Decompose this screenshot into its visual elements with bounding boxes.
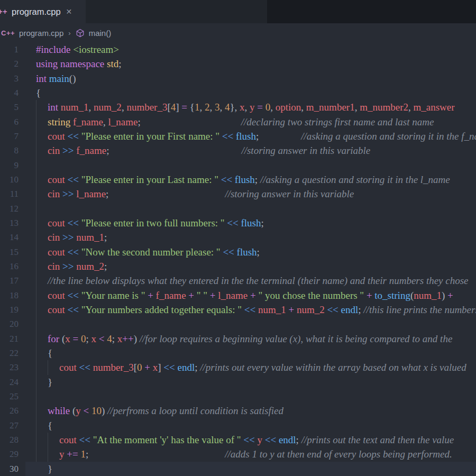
code-line[interactable]: { [0,418,476,433]
cpp-file-icon: C++ [0,7,7,16]
line-number[interactable]: 25 [0,389,19,404]
line-number[interactable]: 11 [0,187,19,201]
code-line[interactable]: //the line below displays what they ente… [0,273,476,288]
code-line[interactable]: cin >> num_2; [0,259,476,273]
code-line[interactable]: string f_name, l_name;//declaring two st… [0,115,476,129]
line-number[interactable]: 5 [0,100,19,114]
code-line[interactable]: int main() [0,71,476,86]
line-number[interactable]: 24 [0,375,19,389]
line-number[interactable]: 23 [0,360,19,374]
code-line[interactable]: cout << "Your numbers added together equ… [0,303,476,317]
code-line[interactable]: } [0,462,476,476]
line-number[interactable]: 19 [0,303,19,317]
line-number[interactable]: 14 [0,230,19,244]
code-line[interactable] [0,389,476,404]
code-line[interactable]: for (x = 0; x < 4; x++) //for loop requi… [0,332,476,346]
code-line[interactable]: cin >> f_name;//storing answer in this v… [0,143,476,158]
line-number[interactable]: 4 [0,86,19,100]
line-number[interactable]: 3 [0,71,19,86]
code-line[interactable]: #include <iostream> [0,42,476,57]
code-line[interactable]: while (y < 10) //perfroms a loop until c… [0,404,476,418]
line-number[interactable]: 10 [0,172,19,187]
code-token: = [72,333,78,344]
code-token: << [67,290,81,301]
line-number[interactable]: 9 [0,158,19,172]
code-token: << [67,304,81,315]
code-token: l_name [218,290,248,301]
code-token: >> [62,232,76,243]
code-line[interactable] [0,317,476,331]
line-number[interactable]: 27 [0,418,19,433]
code-line[interactable] [0,202,476,216]
line-number[interactable]: 12 [0,202,19,216]
code-token: }, [230,102,240,113]
line-number[interactable]: 16 [0,259,19,273]
code-line[interactable]: cout << "Please enter in your Last name:… [0,172,476,187]
editor-pane[interactable]: #include <iostream>using namespace std;i… [0,42,476,476]
code-line[interactable]: y += 1;//adds 1 to y at then end of ever… [0,447,476,461]
code-token: < [99,333,105,344]
line-number[interactable]: 22 [0,346,19,360]
gutter: 1234567891011121314151617181920212223242… [0,42,19,476]
line-number[interactable]: 13 [0,216,19,230]
code-token: cin [48,232,62,243]
code-line[interactable]: using namespace std; [0,57,476,71]
code-token: x [91,333,96,344]
code-line[interactable]: cin >> l_name;//storing answer in this v… [0,187,476,201]
line-number[interactable]: 7 [0,129,19,143]
code-token: int [36,73,49,84]
code-token: flush [236,131,256,142]
code-token: //the line below displays what they ente… [48,275,469,286]
code-token: ; [104,232,107,243]
code-token: m_answer [413,102,454,113]
line-number[interactable]: 21 [0,332,19,346]
code-token: + [148,290,153,301]
tab-program-cpp[interactable]: C++ program.cpp ✕ [0,0,86,23]
line-number[interactable]: 1 [0,42,19,57]
code-token: ) [134,333,140,344]
code-token: , [209,102,215,113]
code-token: { [48,347,52,359]
line-number[interactable]: 6 [0,115,19,129]
line-number[interactable]: 26 [0,404,19,418]
code-line[interactable]: int num_1, num_2, number_3[4] = {1, 2, 3… [0,100,476,114]
code-line[interactable] [0,158,476,172]
line-number[interactable]: 17 [0,273,19,288]
line-number[interactable]: 20 [0,317,19,331]
code-token: 0 [266,102,271,113]
tab-label: program.cpp [12,7,61,17]
code-line[interactable]: } [0,375,476,389]
code-token: { [36,87,41,98]
code-line[interactable]: cout << number_3[0 + x] << endl; //print… [0,360,476,374]
code-line[interactable]: cout << "Please enter in your First name… [0,129,476,143]
code-line[interactable]: cin >> num_1; [0,230,476,244]
code-token: + [288,304,294,315]
code-token: + [447,290,453,301]
code-token: while [48,405,72,416]
code-line[interactable]: cout << "Now the second number please: "… [0,245,476,259]
line-number[interactable]: 8 [0,143,19,158]
code-line[interactable]: { [0,86,476,100]
code-token: , [301,102,306,113]
code-token: cout [59,362,79,373]
code-token: ) [442,290,447,301]
code-line[interactable]: cout << "At the moment 'y' has the value… [0,433,476,447]
code-line[interactable]: cout << "Please enter in two full number… [0,216,476,230]
close-tab-icon[interactable]: ✕ [66,8,72,15]
code-token: f_name [73,116,103,127]
line-number[interactable]: 29 [0,447,19,461]
code-token: ++ [122,333,133,344]
line-number[interactable]: 15 [0,245,19,259]
code-line[interactable]: cout << "Your name is " + f_name + " " +… [0,288,476,303]
breadcrumb-file[interactable]: program.cpp [19,29,63,38]
line-number[interactable]: 30 [0,462,19,476]
code-token: = [257,102,263,113]
line-number[interactable]: 18 [0,288,19,303]
code-token: cout [59,434,79,445]
line-number[interactable]: 2 [0,57,19,71]
code-line[interactable]: { [0,346,476,360]
code-token: #include [36,44,73,55]
line-number[interactable]: 28 [0,433,19,447]
code-token: } [48,463,52,474]
breadcrumb-symbol[interactable]: main() [89,29,112,38]
